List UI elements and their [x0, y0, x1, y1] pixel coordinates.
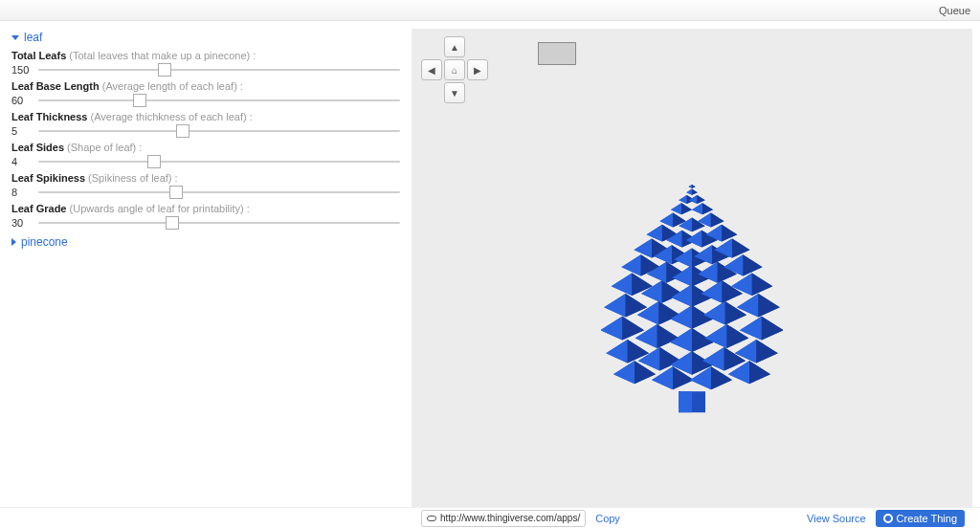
param-leaf-grade: Leaf Grade (Upwards angle of leaf for pr… — [11, 203, 400, 230]
model-viewer[interactable]: ▲ ◀ ⌂ ▶ ▼ — [412, 29, 972, 507]
param-leaf-base-length-value: 60 — [11, 95, 33, 106]
param-leaf-spikiness-value: 8 — [11, 187, 33, 198]
viewer-thumbnail[interactable] — [538, 42, 576, 65]
param-total-leafs-value: 150 — [11, 64, 33, 76]
group-pinecone-title: pinecone — [21, 235, 68, 249]
chevron-down-icon — [11, 35, 19, 40]
group-leaf-title: leaf — [24, 31, 42, 44]
queue-link[interactable]: Queue — [939, 5, 970, 16]
param-leaf-grade-slider[interactable] — [38, 216, 400, 230]
nav-home-button[interactable]: ⌂ — [444, 59, 465, 80]
nav-pad: ▲ ◀ ⌂ ▶ ▼ — [421, 36, 488, 103]
param-leaf-sides-slider[interactable] — [38, 155, 400, 168]
view-source-link[interactable]: View Source — [807, 513, 866, 524]
share-url-text: http://www.thingiverse.com/apps/ — [440, 513, 580, 523]
param-leaf-base-length-slider[interactable] — [38, 94, 400, 107]
share-url-box[interactable]: http://www.thingiverse.com/apps/ — [421, 510, 586, 527]
copy-link[interactable]: Copy — [595, 513, 620, 524]
nav-right-button[interactable]: ▶ — [467, 59, 488, 80]
param-leaf-sides-value: 4 — [11, 156, 33, 167]
param-leaf-thickness-slider[interactable] — [38, 124, 400, 138]
create-thing-button[interactable]: Create Thing — [876, 510, 965, 527]
param-total-leafs: Total Leafs (Total leaves that make up a… — [11, 50, 400, 77]
params-sidebar: leaf Total Leafs (Total leaves that make… — [0, 21, 412, 507]
group-pinecone-header[interactable]: pinecone — [11, 233, 400, 254]
chevron-right-icon — [11, 238, 16, 246]
param-leaf-spikiness: Leaf Spikiness (Spikiness of leaf) : 8 — [11, 172, 400, 199]
group-leaf-header[interactable]: leaf — [11, 29, 400, 50]
param-leaf-base-length: Leaf Base Length (Average length of each… — [11, 80, 400, 107]
nav-left-button[interactable]: ◀ — [421, 59, 442, 80]
param-leaf-grade-value: 30 — [11, 217, 33, 229]
model-render — [601, 125, 783, 422]
param-leaf-sides: Leaf Sides (Shape of leaf) : 4 — [11, 142, 400, 168]
param-leaf-thickness-value: 5 — [11, 125, 33, 137]
nav-down-button[interactable]: ▼ — [444, 82, 465, 103]
param-total-leafs-slider[interactable] — [38, 63, 400, 77]
param-leaf-spikiness-slider[interactable] — [38, 186, 400, 199]
nav-up-button[interactable]: ▲ — [444, 36, 465, 57]
gear-icon — [883, 514, 893, 523]
svg-rect-4 — [679, 391, 692, 412]
group-leaf-body: Total Leafs (Total leaves that make up a… — [11, 50, 400, 230]
param-leaf-thickness: Leaf Thickness (Average thichkness of ea… — [11, 111, 400, 138]
link-icon — [427, 516, 436, 521]
